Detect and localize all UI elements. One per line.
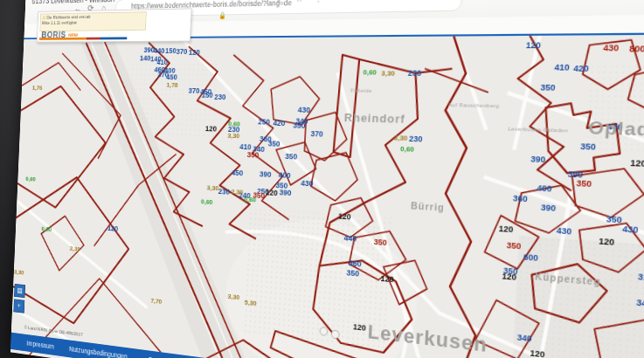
map-control-button-1[interactable]: ▤ [14,284,25,298]
land-value-label: 250 [258,117,270,126]
land-value-label: 0,60 [41,224,52,232]
land-value-label: 310 [638,272,644,283]
land-value-label: 120 [189,48,200,57]
land-value-label: 420 [573,64,589,73]
star-icon[interactable]: ☆ [295,0,303,3]
land-value-label: 340 [517,333,532,344]
warning-icon: ⚠ [42,15,45,19]
land-value-label: 3,30 [207,183,219,191]
land-value-label: 350 [374,238,388,247]
land-value-label: 0,60 [25,175,36,182]
land-value-label: 350 [540,83,556,93]
land-value-label: 370 [310,129,323,139]
land-value-label: 5,30 [245,298,257,306]
footer-link-1[interactable]: Impressum [26,339,54,350]
land-value-label: 390 [260,169,272,179]
land-value-label: 350 [346,268,359,278]
land-value-label: 1,78 [166,80,177,88]
land-value-label: 230 [218,187,231,196]
land-value-label: 430 [301,179,314,189]
land-value-label: 0,60 [201,197,213,205]
menu-dots-icon[interactable]: ⋮ [315,0,323,3]
browser-window: ← ⟳ ⌂ 🔒 https://www.bodenrichtwerte-bori… [10,0,644,358]
land-value-label: 1,76 [32,84,43,91]
land-value-label: 350 [606,214,622,224]
place-label: Bürrig [411,200,445,213]
land-value-label: 360 [349,258,362,268]
place-label: Auf Rauschenberg [448,102,500,109]
land-value-label: 230 [409,134,423,144]
land-value-label: 7,70 [150,296,162,305]
land-value-label: 120 [205,124,217,133]
land-value-label: 430 [298,106,311,114]
land-value-label: 140 [140,54,151,62]
map-canvas[interactable]: 3904401503701201401404104604003704503704… [10,35,644,358]
land-value-label: 350 [293,120,306,129]
land-value-label: 390 [279,188,291,197]
land-value-label: 3,30 [227,131,239,139]
land-value-label: 430 [603,43,620,52]
lock-icon: 🔒 [218,11,226,19]
land-value-label: 800 [629,44,644,53]
land-value-label: 350 [246,150,259,159]
download-icon[interactable]: ⤓ [277,0,281,4]
land-value-label: 120 [530,348,545,358]
land-value-label: 350 [268,139,280,148]
land-value-label: 120 [353,322,366,333]
place-label: Opladen [588,117,644,141]
land-value-label: 400 [279,170,291,180]
land-value-label: 120 [526,40,541,50]
land-value-label: 430 [557,225,572,236]
land-value-label: 360 [513,194,528,204]
land-value-label: 0,60 [228,120,240,127]
land-value-label: 430 [622,224,639,235]
land-value-label: 440 [154,46,165,54]
land-value-label: 400 [537,183,552,194]
land-value-label: 390 [541,203,557,213]
land-value-label: 120 [498,224,513,234]
land-value-label: 120 [380,274,394,285]
land-value-label: 120 [107,224,118,233]
place-label: Fixheide [350,88,372,93]
land-value-label: 3,30 [381,69,395,77]
land-value-label: 440 [343,233,357,243]
land-value-label: 230 [214,93,226,101]
land-value-label: 2,30 [231,188,243,196]
disclaimer-line2: Mitte 1.1.11 verfügbar [42,19,77,24]
land-value-label: 370 [176,47,187,56]
land-value-label: 3,30 [227,292,239,300]
land-value-label: 340 [636,298,644,309]
land-value-label: 150 [165,46,177,54]
land-value-label: 120 [630,158,644,169]
land-value-label: 0,60 [363,68,377,76]
land-value-label: 150 [202,91,213,100]
land-value-label: 410 [554,63,570,72]
disclaimer-tooltip: ⚠ Die Richtwerte sind erst ab Mitte 1.1.… [39,11,146,31]
land-value-label: 350 [285,152,297,162]
land-value-label: 0,60 [400,144,414,153]
land-value-label: 3,30 [14,268,24,276]
land-value-label: 450 [232,169,244,177]
land-value-label: 350 [506,240,521,251]
land-value-label: 120 [502,272,516,282]
logo-color-strip [39,37,127,39]
land-value-label: 120 [338,211,351,221]
land-value-label: 120 [599,237,614,247]
land-value-label: 370 [188,86,199,95]
boris-logo-panel: ⚠ Die Richtwerte sind erst ab Mitte 1.1.… [37,8,192,42]
land-value-label: 2,30 [70,244,80,252]
land-value-label: 3,30 [393,134,407,142]
land-value-label: 120 [266,188,278,197]
land-value-label: 420 [273,119,285,127]
land-value-label: 390 [530,155,546,165]
land-value-label: 600 [523,252,538,263]
land-value-label: 350 [580,141,596,152]
place-label: Rheindorf [344,110,406,125]
map-control-button-2[interactable]: + [13,299,24,313]
land-value-label: 0,60 [244,195,256,203]
land-value-label: 230 [408,68,422,78]
footer-link-2[interactable]: Nutzungsbedingungen [69,345,128,358]
land-value-label: 350 [576,178,592,189]
